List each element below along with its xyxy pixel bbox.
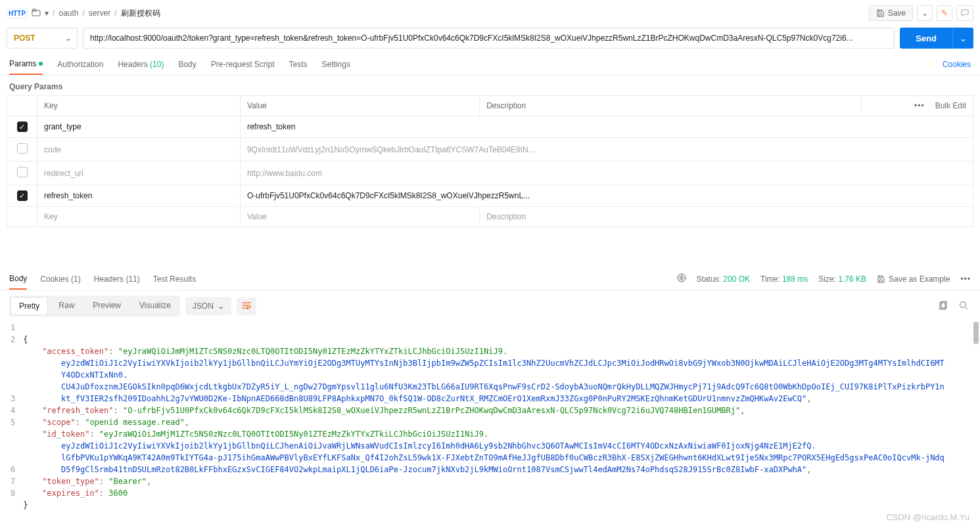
viewmode-raw[interactable]: Raw xyxy=(51,297,82,315)
json-wrap: Y4ODcxNTIxNn0. xyxy=(61,370,128,380)
param-desc-placeholder[interactable]: Description xyxy=(480,207,973,227)
resp-headers-count: (11) xyxy=(126,275,139,284)
breadcrumb-part-0[interactable]: oauth xyxy=(58,9,78,18)
send-caret-button[interactable]: ⌄ xyxy=(952,28,973,49)
param-value[interactable]: http://www.baidu.com xyxy=(240,162,973,185)
line-gutter: 12 345 678 xyxy=(7,322,23,523)
tab-params[interactable]: Params xyxy=(9,59,43,75)
copy-icon[interactable] xyxy=(937,298,951,315)
viewmode-pretty[interactable]: Pretty xyxy=(11,297,48,315)
checkbox[interactable] xyxy=(17,167,28,177)
cookies-link[interactable]: Cookies xyxy=(943,60,971,74)
json-wrap: D5f9gCl5rmb41tnDSULmRzot82B0LkFFbhxEGzxS… xyxy=(61,465,806,474)
lang-label: JSON xyxy=(193,301,214,311)
query-params-title: Query Params xyxy=(0,76,980,95)
resp-tab-cookies-label: Cookies xyxy=(40,275,68,284)
json-wrap: CU4JuDfoxznmJEGOkSIkn0pqD6WxjcdLtkgbUx7D… xyxy=(61,382,945,391)
resp-tab-headers[interactable]: Headers (11) xyxy=(94,275,140,289)
response-body[interactable]: 12 345 678 { "access_token": "eyJraWQiOi… xyxy=(0,322,980,530)
query-params-table: Key Value Description •••Bulk Edit grant… xyxy=(7,95,973,227)
json-str: "eyJraWQiOiJmMjM1ZTc5NS0zNzc0LTQ0OTItODI… xyxy=(118,347,507,356)
viewmode-visualize[interactable]: Visualize xyxy=(131,297,179,315)
param-key[interactable]: refresh_token xyxy=(37,185,241,207)
svg-point-5 xyxy=(960,301,966,307)
param-row: grant_type refresh_token xyxy=(7,116,973,138)
chevron-down-icon: ⌄ xyxy=(218,301,224,311)
save-icon xyxy=(877,275,885,283)
param-row: code 9QxIntdt11uWVdzLyj2n1NoSOymwSQkebJl… xyxy=(7,138,973,162)
chevron-down-icon: ⌄ xyxy=(60,33,77,43)
tab-params-label: Params xyxy=(9,59,36,68)
checkbox[interactable] xyxy=(17,190,28,201)
json-key: "expires_in" xyxy=(42,489,99,498)
breadcrumb-caret[interactable]: ▾ xyxy=(45,9,49,18)
tab-body[interactable]: Body xyxy=(178,60,196,74)
globe-icon[interactable] xyxy=(677,273,686,284)
save-caret-button[interactable]: ⌄ xyxy=(917,5,933,21)
save-label: Save xyxy=(888,9,906,18)
param-row-placeholder: Key Value Description xyxy=(7,207,973,227)
param-value[interactable]: 9QxIntdt11uWVdzLyj2n1NoSOymwSQkebJlrbOau… xyxy=(240,138,973,162)
tab-authorization[interactable]: Authorization xyxy=(57,60,103,74)
save-example-button[interactable]: Save as Example xyxy=(877,275,950,284)
method-select[interactable]: POST ⌄ xyxy=(7,28,78,49)
more-icon[interactable]: ••• xyxy=(914,101,925,110)
resp-cookies-count: (1) xyxy=(71,275,81,284)
json-wrap: lGfbPVKu1pYWKqA9KT42A0m9TkIYTG4a-pJ175ih… xyxy=(61,453,945,462)
json-key: "scope" xyxy=(42,418,76,427)
scrollbar-thumb[interactable] xyxy=(973,322,979,344)
tab-settings[interactable]: Settings xyxy=(322,60,350,74)
comment-icon xyxy=(961,9,969,17)
wrap-icon xyxy=(242,301,251,309)
breadcrumb-part-1[interactable]: server xyxy=(89,9,110,18)
comment-button[interactable] xyxy=(956,5,973,21)
folder-icon[interactable] xyxy=(32,9,41,18)
param-key[interactable]: redirect_uri xyxy=(37,162,241,185)
json-wrap: eyJzdWIiOiJ1c2VyIiwiYXVkIjoib2lkYy1jbGll… xyxy=(61,359,945,368)
size: Size: 1.76 KB xyxy=(818,275,866,284)
param-key[interactable]: grant_type xyxy=(37,116,241,138)
save-button[interactable]: Save xyxy=(869,5,913,21)
viewmode-preview[interactable]: Preview xyxy=(85,297,129,315)
json-brace-close: } xyxy=(23,500,28,510)
edit-button[interactable]: ✎ xyxy=(937,5,952,21)
url-input[interactable]: http://localhost:9000/oauth2/token?grant… xyxy=(83,28,895,49)
pencil-icon: ✎ xyxy=(941,9,948,18)
param-value[interactable]: refresh_token xyxy=(240,116,973,138)
checkbox[interactable] xyxy=(17,143,28,154)
param-key-placeholder[interactable]: Key xyxy=(37,207,241,227)
wrap-lines-button[interactable] xyxy=(237,298,256,315)
col-key: Key xyxy=(37,96,241,116)
search-icon[interactable] xyxy=(956,298,971,315)
param-row: redirect_uri http://www.baidu.com xyxy=(7,162,973,185)
viewmode-group: Pretty Raw Preview Visualize xyxy=(9,296,180,317)
params-dirty-dot xyxy=(39,62,43,66)
col-desc: Description xyxy=(480,96,862,116)
tab-headers[interactable]: Headers (10) xyxy=(118,60,164,74)
json-str: "Bearer" xyxy=(108,477,147,486)
resp-tab-tests[interactable]: Test Results xyxy=(153,275,196,289)
lang-select[interactable]: JSON⌄ xyxy=(185,297,231,315)
send-button[interactable]: Send xyxy=(900,28,952,49)
resp-tab-cookies[interactable]: Cookies (1) xyxy=(40,275,80,289)
json-key: "token_type" xyxy=(42,477,99,486)
resp-tab-body[interactable]: Body xyxy=(9,274,27,290)
more-icon[interactable]: ••• xyxy=(960,275,971,284)
json-key: "refresh_token" xyxy=(42,406,113,415)
method-label: POST xyxy=(7,33,60,43)
json-str: "O-ufrbFjv51U0PfxCk0v64c6Qk7D9cFXcI5klMS… xyxy=(123,406,740,415)
bulk-edit-link[interactable]: Bulk Edit xyxy=(935,101,966,110)
tab-prerequest[interactable]: Pre-request Script xyxy=(211,60,275,74)
checkbox[interactable] xyxy=(17,121,28,132)
breadcrumb-last: 刷新授权码 xyxy=(121,8,160,19)
param-value[interactable]: O-ufrbFjv51U0PfxCk0v64c6Qk7D9cFXcI5klMSk… xyxy=(240,185,973,207)
tab-headers-label: Headers xyxy=(118,60,147,69)
status: Status: 200 OK xyxy=(697,275,750,284)
tab-tests[interactable]: Tests xyxy=(289,60,308,74)
json-num: 3600 xyxy=(108,489,128,498)
headers-count: (10) xyxy=(150,60,164,69)
json-str: "eyJraWQiOiJmMjM1ZTc5NS0zNzc0LTQ0OTItODI… xyxy=(99,430,488,439)
param-key[interactable]: code xyxy=(37,138,241,162)
param-value-placeholder[interactable]: Value xyxy=(240,207,479,227)
breadcrumb: HTTP ▾ / oauth / server / 刷新授权码 xyxy=(7,8,160,19)
